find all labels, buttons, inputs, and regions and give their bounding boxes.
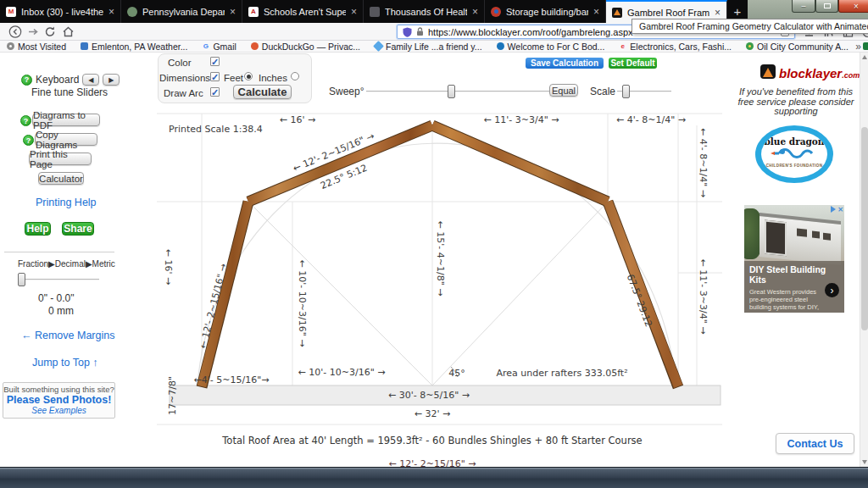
- tab-close-icon[interactable]: ×: [108, 6, 114, 18]
- home-icon[interactable]: [62, 25, 75, 38]
- dim-bottom-lower-run: ←4'- 5~15/16"→: [194, 374, 270, 385]
- duckduckgo-icon: [251, 42, 259, 50]
- tab-close-icon[interactable]: ×: [593, 6, 599, 18]
- help-icon[interactable]: ?: [21, 75, 32, 86]
- minimize-button[interactable]: –: [792, 0, 815, 13]
- tab-close-icon[interactable]: ×: [472, 6, 478, 18]
- scrollbar-thumb[interactable]: [861, 127, 868, 330]
- bookmark-most-visited[interactable]: Most Visited: [7, 42, 66, 52]
- bookmark-forcbodies[interactable]: Welcome to For C Bod...: [497, 42, 605, 52]
- tab-storage-building[interactable]: Storage building/barn | For C B ×: [485, 0, 606, 23]
- inches-radio[interactable]: [291, 72, 299, 80]
- help-icon[interactable]: ?: [23, 135, 34, 146]
- share-button[interactable]: Share: [62, 222, 94, 236]
- save-calculation-button[interactable]: Save Calculation: [526, 58, 604, 69]
- help-icon[interactable]: ?: [20, 115, 31, 126]
- units-slider-thumb[interactable]: [18, 273, 25, 286]
- bookmark-weather[interactable]: Emlenton, PA Weather...: [81, 42, 187, 52]
- weather-icon: [81, 42, 88, 50]
- calculator-button[interactable]: Calculator: [38, 172, 84, 185]
- ad-arrow-button[interactable]: ›: [825, 283, 839, 297]
- keyboard-right-button[interactable]: ▶: [103, 74, 120, 86]
- dim-bottom-upper-run: ← 10'- 10~3/16" →: [298, 367, 386, 378]
- community-icon: [746, 42, 754, 50]
- draw-arc-checkbox[interactable]: ✓: [210, 87, 220, 97]
- fraction-decimal-metric-label: Fraction▶Decimal▶Metric: [18, 259, 115, 269]
- blocklayer-brand: blocklayer.com: [779, 66, 860, 80]
- support-line: If you've benefited from this: [734, 87, 858, 97]
- sweep-slider-thumb[interactable]: [448, 85, 455, 98]
- most-visited-icon: [7, 42, 14, 50]
- ad-close-icon[interactable]: ✕: [837, 206, 843, 214]
- color-checkbox[interactable]: ✓: [210, 57, 220, 66]
- keyboard-left-button[interactable]: ◀: [82, 74, 99, 86]
- tab-health-experts[interactable]: Thousands Of Health Experts S ×: [364, 0, 485, 23]
- dim-band-width: ← 30'- 8~5/16" →: [388, 390, 470, 401]
- contact-us-button[interactable]: Contact Us: [776, 433, 854, 454]
- blue-dragon-logo[interactable]: blue dragon CHILDREN'S FOUNDATION: [755, 125, 833, 183]
- diagrams-to-pdf-button[interactable]: Diagrams to PDF: [32, 114, 100, 126]
- dim-knee-height: ← 10'- 10~3/16" →: [297, 260, 308, 347]
- bookmark-ebay[interactable]: eElectronics, Cars, Fashi...: [619, 42, 732, 52]
- blocklayer-logo-icon: [760, 64, 776, 79]
- copy-diagrams-button[interactable]: Copy Diagrams: [35, 133, 97, 146]
- tab-close-icon[interactable]: ×: [715, 7, 721, 19]
- ad-photo-building: [760, 213, 841, 265]
- scroll-down-arrow[interactable]: [862, 460, 867, 464]
- send-photos-link[interactable]: Please Send Photos!: [3, 394, 114, 406]
- mm-readout: 0 mm: [48, 305, 74, 317]
- bookmark-farmers-bank[interactable]: Farmers National Bank: [863, 42, 868, 52]
- dragon-name: blue dragon: [761, 136, 827, 147]
- calculate-button[interactable]: Calculate: [233, 85, 292, 99]
- ad-title: DIY Steel Building Kits: [749, 264, 839, 285]
- bookmark-family-life[interactable]: Family Life ...a friend y...: [375, 42, 482, 52]
- bookmark-label: Oil City Community A...: [757, 42, 849, 52]
- see-examples-link[interactable]: See Examples: [3, 406, 114, 415]
- maximize-button[interactable]: [815, 0, 838, 13]
- scale-slider-thumb[interactable]: [622, 85, 630, 98]
- bookmark-duckduckgo[interactable]: DuckDuckGo — Privac...: [251, 42, 360, 52]
- help-button[interactable]: Help: [25, 222, 51, 236]
- tab-title: Pennsylvania Department of th: [142, 7, 225, 17]
- sweep-slider-track[interactable]: [366, 91, 558, 92]
- bookmark-gmail[interactable]: GGmail: [202, 42, 236, 52]
- bookmark-label: Welcome to For C Bod...: [508, 42, 605, 52]
- dragon-doodle: [769, 147, 820, 160]
- tab-schools[interactable]: A Schools Aren't Super-Spreaders ×: [242, 0, 364, 23]
- keyboard-label: Keyboard: [36, 74, 79, 86]
- printing-help-link[interactable]: Printing Help: [36, 197, 97, 208]
- brand-suffix: .com: [842, 71, 860, 80]
- print-page-button[interactable]: Print this Page: [29, 152, 92, 165]
- page-scrollbar[interactable]: [860, 53, 868, 467]
- reload-icon[interactable]: [44, 25, 58, 38]
- ad-overlay: DIY Steel Building Kits Great Western pr…: [744, 261, 844, 313]
- paper-plane-icon: [373, 41, 384, 52]
- tab-close-icon[interactable]: ×: [230, 6, 236, 18]
- close-button[interactable]: ×: [838, 0, 868, 13]
- remove-margins-link[interactable]: ← Remove Margins: [21, 330, 114, 341]
- back-icon[interactable]: [8, 25, 22, 38]
- lock-icon: [416, 27, 424, 36]
- blocklayer-favicon: [612, 8, 622, 18]
- set-default-button[interactable]: Set Default: [609, 58, 657, 69]
- tab-title: Inbox (30) - live4theking@gma: [21, 7, 103, 17]
- forward-icon[interactable]: [27, 25, 41, 38]
- send-photos-box: Built something using this site? Please …: [3, 382, 115, 419]
- ad-banner[interactable]: DIY Steel Building Kits Great Western pr…: [744, 205, 844, 313]
- dimensions-checkbox[interactable]: ✓: [210, 72, 220, 81]
- bookmark-oil-city[interactable]: Oil City Community A...: [746, 42, 849, 52]
- ad-body: Great Western provides pre-engineered st…: [749, 288, 819, 313]
- tab-pennsylvania[interactable]: Pennsylvania Department of th ×: [121, 0, 242, 23]
- equal-button[interactable]: Equal: [549, 84, 578, 97]
- tab-inbox[interactable]: M Inbox (30) - live4theking@gma ×: [0, 0, 121, 23]
- tab-close-icon[interactable]: ×: [351, 6, 357, 18]
- units-slider-track[interactable]: [19, 279, 99, 280]
- jump-to-top-link[interactable]: Jump to Top ↑: [32, 357, 98, 369]
- scroll-up-arrow[interactable]: [862, 55, 867, 59]
- forum-icon: [497, 42, 504, 50]
- dim-total-width: ← 32' →: [415, 408, 450, 419]
- bookmarks-overflow-chevron[interactable]: »: [855, 41, 861, 53]
- feet-radio[interactable]: [244, 72, 253, 80]
- adchoices-icon[interactable]: [831, 206, 836, 213]
- bookmark-label: Electronics, Cars, Fashi...: [630, 42, 732, 52]
